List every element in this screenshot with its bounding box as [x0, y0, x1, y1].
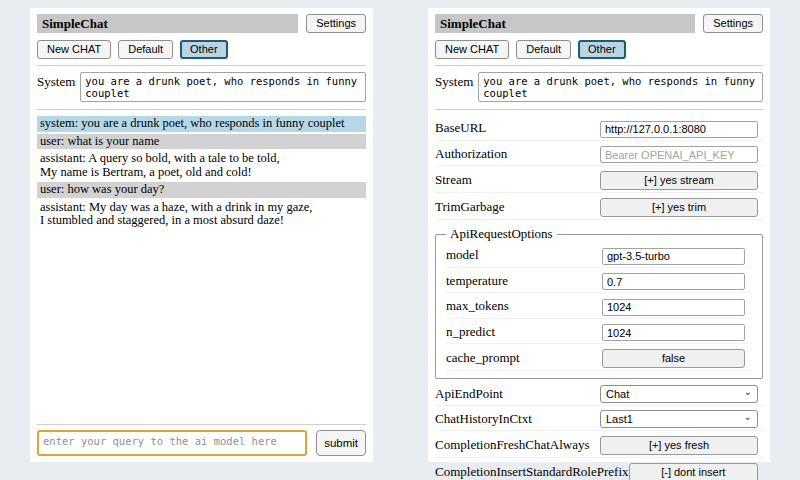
app-title: SimpleChat: [37, 14, 298, 33]
setting-row-completionfreshchatalways: CompletionFreshChatAlways [+] yes fresh: [435, 433, 763, 458]
chat-message-user: user: how was your day?: [37, 182, 366, 198]
message-text: assistant: My day was a haze, with a dri…: [40, 201, 363, 215]
model-input[interactable]: [602, 248, 745, 265]
session-buttons: New CHAT Default Other: [37, 40, 366, 59]
temperature-input[interactable]: [602, 273, 745, 290]
message-text: My name is Bertram, a poet, old and cold…: [40, 166, 363, 180]
setting-row-authorization: Authorization: [435, 143, 763, 167]
message-text: user: how was your day?: [40, 183, 363, 197]
cache-prompt-toggle-button[interactable]: false: [602, 349, 745, 368]
query-row: submit: [37, 430, 366, 456]
divider: [37, 65, 366, 66]
setting-label: BaseURL: [435, 120, 486, 136]
system-prompt-input[interactable]: you are a drunk poet, who responds in fu…: [80, 72, 366, 102]
setting-label: Authorization: [435, 146, 507, 162]
system-prompt-row: System you are a drunk poet, who respond…: [37, 72, 366, 102]
system-label: System: [435, 72, 473, 102]
divider: [37, 109, 366, 110]
session-other-button[interactable]: Other: [180, 40, 228, 59]
divider: [435, 65, 763, 66]
setting-label: max_tokens: [446, 298, 509, 314]
setting-row-model: model: [446, 244, 752, 268]
stream-toggle-button[interactable]: [+] yes stream: [600, 171, 758, 190]
chat-message-assistant: assistant: A query so bold, with a tale …: [37, 151, 366, 180]
settings-form: BaseURL Authorization Stream [+] yes str…: [435, 115, 763, 480]
setting-row-temperature: temperature: [446, 270, 752, 294]
fieldset-legend: ApiRequestOptions: [446, 226, 557, 242]
chevron-down-icon: ⌄: [744, 413, 752, 421]
api-request-options-fieldset: ApiRequestOptions model temperature max_…: [435, 226, 763, 379]
trimgarbage-toggle-button[interactable]: [+] yes trim: [600, 198, 758, 217]
session-other-button[interactable]: Other: [578, 40, 626, 59]
app-title: SimpleChat: [435, 14, 695, 33]
new-chat-button[interactable]: New CHAT: [37, 40, 111, 59]
setting-row-n-predict: n_predict: [446, 321, 752, 345]
setting-label: TrimGarbage: [435, 199, 505, 215]
message-text: user: what is your name: [40, 135, 363, 149]
setting-row-cache-prompt: cache_prompt false: [446, 346, 752, 371]
max-tokens-input[interactable]: [602, 299, 745, 316]
query-section: submit: [37, 418, 366, 456]
setting-label: ApiEndPoint: [435, 386, 503, 402]
divider: [37, 424, 366, 425]
selected-option: Chat: [606, 388, 629, 400]
setting-row-baseurl: BaseURL: [435, 117, 763, 141]
setting-row-completioninsertstandardroleprefix: CompletionInsertStandardRolePrefix [-] d…: [435, 460, 763, 480]
chat-message-user: user: what is your name: [37, 134, 366, 150]
settings-button[interactable]: Settings: [306, 14, 366, 33]
setting-row-stream: Stream [+] yes stream: [435, 168, 763, 193]
setting-row-max-tokens: max_tokens: [446, 295, 752, 319]
setting-label: model: [446, 247, 479, 263]
session-default-button[interactable]: Default: [118, 40, 173, 59]
chat-message-assistant: assistant: My day was a haze, with a dri…: [37, 200, 366, 229]
setting-label: ChatHistoryInCtxt: [435, 411, 532, 427]
session-default-button[interactable]: Default: [516, 40, 571, 59]
setting-label: CompletionFreshChatAlways: [435, 437, 590, 453]
new-chat-button[interactable]: New CHAT: [435, 40, 509, 59]
apiendpoint-select[interactable]: Chat ⌄: [600, 385, 758, 403]
setting-label: CompletionInsertStandardRolePrefix: [435, 464, 629, 480]
submit-button[interactable]: submit: [316, 430, 366, 456]
header: SimpleChat Settings: [435, 14, 763, 33]
baseurl-input[interactable]: [600, 121, 758, 138]
n-predict-input[interactable]: [602, 324, 745, 341]
chathistoryinctxt-select[interactable]: Last1 ⌄: [600, 410, 758, 428]
chat-message-list: system: you are a drunk poet, who respon…: [37, 116, 366, 231]
setting-row-apiendpoint: ApiEndPoint Chat ⌄: [435, 383, 763, 406]
session-buttons: New CHAT Default Other: [435, 40, 763, 59]
setting-label: Stream: [435, 172, 472, 188]
setting-row-chathistoryinctxt: ChatHistoryInCtxt Last1 ⌄: [435, 408, 763, 431]
chat-view-panel: SimpleChat Settings New CHAT Default Oth…: [30, 8, 373, 462]
chevron-down-icon: ⌄: [744, 388, 752, 396]
settings-view-panel: SimpleChat Settings New CHAT Default Oth…: [428, 8, 770, 462]
system-prompt-row: System you are a drunk poet, who respond…: [435, 72, 763, 102]
completion-insert-toggle-button[interactable]: [-] dont insert: [629, 463, 758, 480]
setting-label: n_predict: [446, 324, 495, 340]
system-prompt-input[interactable]: you are a drunk poet, who responds in fu…: [478, 72, 763, 102]
chat-message-system: system: you are a drunk poet, who respon…: [37, 116, 366, 132]
selected-option: Last1: [606, 413, 633, 425]
query-input[interactable]: [37, 430, 307, 456]
message-text: assistant: A query so bold, with a tale …: [40, 152, 363, 166]
message-text: system: you are a drunk poet, who respon…: [40, 117, 363, 131]
setting-label: temperature: [446, 273, 508, 289]
settings-button[interactable]: Settings: [703, 14, 763, 33]
setting-label: cache_prompt: [446, 350, 520, 366]
completion-fresh-toggle-button[interactable]: [+] yes fresh: [600, 436, 758, 455]
header: SimpleChat Settings: [37, 14, 366, 33]
system-label: System: [37, 72, 75, 102]
authorization-input[interactable]: [600, 146, 758, 163]
message-text: I stumbled and staggered, in a most absu…: [40, 214, 363, 228]
divider: [435, 109, 763, 110]
setting-row-trimgarbage: TrimGarbage [+] yes trim: [435, 195, 763, 220]
